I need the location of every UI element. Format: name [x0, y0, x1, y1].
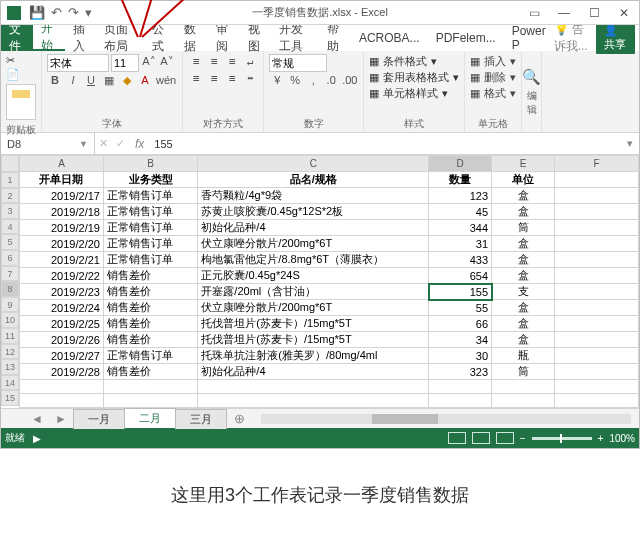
find-icon[interactable]: 🔍 — [522, 68, 541, 86]
table-row[interactable]: 2019/2/26销售差价托伐普坦片(苏麦卡）/15mg*5T34盒 — [20, 332, 639, 348]
table-row[interactable]: 2019/2/28销售差价初始化品种/4323筒 — [20, 364, 639, 380]
table-row[interactable]: 2019/2/21正常销售订单枸地氯雷他定片/8.8mg*6T（薄膜衣）433盒 — [20, 252, 639, 268]
tab-insert[interactable]: 插入 — [65, 25, 97, 51]
dec-decimal-icon[interactable]: .00 — [341, 73, 358, 89]
formula-bar-row: D8▼ ✕ ✓ fx ▾ — [1, 133, 639, 155]
table-format-button[interactable]: ▦ 套用表格格式 ▾ — [369, 70, 459, 85]
copy-icon[interactable]: 📄 — [6, 68, 20, 81]
table-row[interactable]: 2019/2/25销售差价托伐普坦片(苏麦卡）/15mg*5T66盒 — [20, 316, 639, 332]
new-sheet-button[interactable]: ⊕ — [226, 411, 253, 426]
zoom-value[interactable]: 100% — [609, 433, 635, 444]
merge-button[interactable]: ⬌ — [242, 71, 258, 87]
table-row[interactable]: 2019/2/27正常销售订单托珠单抗注射液(雅美罗）/80mg/4ml30瓶 — [20, 348, 639, 364]
table-row[interactable]: 2019/2/23销售差价开塞露/20ml（含甘油）155支 — [20, 284, 639, 300]
table-row[interactable]: 2019/2/18正常销售订单苏黄止咳胶囊/0.45g*12S*2板45盒 — [20, 204, 639, 220]
cut-icon[interactable]: ✂ — [6, 54, 15, 67]
tell-me[interactable]: 💡 告诉我... — [554, 21, 592, 55]
table-row[interactable]: 2019/2/24销售差价伏立康唑分散片/200mg*6T55盒 — [20, 300, 639, 316]
group-styles: ▦ 条件格式 ▾ ▦ 套用表格格式 ▾ ▦ 单元格样式 ▾ 样式 — [364, 51, 465, 132]
view-normal-icon[interactable] — [448, 432, 466, 444]
table-row[interactable]: 2019/2/22销售差价正元胶囊/0.45g*24S654盒 — [20, 268, 639, 284]
maximize-button[interactable]: ☐ — [579, 6, 609, 20]
format-cells-button[interactable]: ▦ 格式 ▾ — [470, 86, 516, 101]
cancel-formula-icon[interactable]: ✕ — [95, 137, 112, 150]
comma-button[interactable]: , — [305, 73, 321, 89]
grow-font-icon[interactable]: A˄ — [141, 54, 157, 70]
next-sheet-icon[interactable]: ► — [49, 412, 73, 426]
conditional-format-button[interactable]: ▦ 条件格式 ▾ — [369, 54, 459, 69]
macro-record-icon[interactable]: ▶ — [33, 433, 41, 444]
paste-button[interactable] — [6, 84, 36, 120]
align-center-icon[interactable]: ≡ — [206, 71, 222, 87]
row-headers[interactable]: 123456789101112131415 — [1, 155, 19, 406]
align-mid-icon[interactable]: ≡ — [206, 54, 222, 70]
horizontal-scrollbar[interactable] — [261, 414, 631, 424]
currency-button[interactable]: ¥ — [269, 73, 285, 89]
save-icon[interactable]: 💾 — [29, 5, 45, 20]
align-bot-icon[interactable]: ≡ — [224, 54, 240, 70]
border-button[interactable]: ▦ — [101, 73, 117, 89]
tab-view[interactable]: 视图 — [240, 25, 272, 51]
minimize-button[interactable]: — — [549, 6, 579, 20]
excel-window: 💾 ↶ ↷ ▾ 一季度销售数据.xlsx - Excel ▭ — ☐ ✕ 文件 … — [0, 0, 640, 449]
italic-button[interactable]: I — [65, 73, 81, 89]
expand-formula-icon[interactable]: ▾ — [621, 137, 639, 150]
chevron-down-icon[interactable]: ▼ — [79, 139, 88, 149]
font-name[interactable] — [47, 54, 109, 72]
underline-button[interactable]: U — [83, 73, 99, 89]
wrap-text-button[interactable]: ↵ — [242, 54, 258, 70]
align-left-icon[interactable]: ≡ — [188, 71, 204, 87]
close-button[interactable]: ✕ — [609, 6, 639, 20]
formula-input[interactable] — [150, 135, 621, 153]
cell-style-button[interactable]: ▦ 单元格样式 ▾ — [369, 86, 459, 101]
tab-pdfelem[interactable]: PDFelem... — [428, 25, 504, 51]
delete-cells-button[interactable]: ▦ 删除 ▾ — [470, 70, 516, 85]
tab-help[interactable]: 帮助 — [319, 25, 351, 51]
name-box[interactable]: D8▼ — [1, 133, 95, 154]
view-layout-icon[interactable] — [472, 432, 490, 444]
fill-color-button[interactable]: ◆ — [119, 73, 135, 89]
tab-data[interactable]: 数据 — [176, 25, 208, 51]
prev-sheet-icon[interactable]: ◄ — [25, 412, 49, 426]
tab-file[interactable]: 文件 — [1, 25, 33, 51]
shrink-font-icon[interactable]: A˅ — [159, 54, 175, 70]
worksheet-grid[interactable]: 123456789101112131415 ABCDEF 开单日期业务类型品名/… — [1, 155, 639, 408]
fx-icon[interactable]: fx — [129, 137, 150, 151]
align-right-icon[interactable]: ≡ — [224, 71, 240, 87]
tab-review[interactable]: 审阅 — [208, 25, 240, 51]
percent-button[interactable]: % — [287, 73, 303, 89]
table-row[interactable]: 2019/2/19正常销售订单初始化品种/4344筒 — [20, 220, 639, 236]
status-bar: 就绪 ▶ − + 100% — [1, 428, 639, 448]
tab-layout[interactable]: 页面布局 — [96, 25, 144, 51]
sheet-tab-mar[interactable]: 三月 — [175, 409, 227, 429]
view-break-icon[interactable] — [496, 432, 514, 444]
bold-button[interactable]: B — [47, 73, 63, 89]
table-row[interactable]: 2019/2/20正常销售订单伏立康唑分散片/200mg*6T31盒 — [20, 236, 639, 252]
enter-formula-icon[interactable]: ✓ — [112, 137, 129, 150]
tab-formula[interactable]: 公式 — [144, 25, 176, 51]
align-top-icon[interactable]: ≡ — [188, 54, 204, 70]
zoom-in-button[interactable]: + — [598, 433, 604, 444]
sheet-tab-feb[interactable]: 二月 — [124, 408, 176, 430]
annotation-text: 这里用3个工作表记录一季度销售数据 — [0, 483, 640, 507]
tab-powerp[interactable]: Power P — [504, 25, 554, 51]
zoom-out-button[interactable]: − — [520, 433, 526, 444]
tab-acrobat[interactable]: ACROBA... — [351, 25, 428, 51]
zoom-slider[interactable] — [532, 437, 592, 440]
redo-icon[interactable]: ↷ — [68, 5, 79, 20]
insert-cells-button[interactable]: ▦ 插入 ▾ — [470, 54, 516, 69]
sheet-tab-jan[interactable]: 一月 — [73, 409, 125, 429]
tab-home[interactable]: 开始 — [33, 25, 65, 51]
qat-dropdown-icon[interactable]: ▾ — [85, 5, 92, 20]
font-size[interactable] — [111, 54, 139, 72]
ribbon-options-icon[interactable]: ▭ — [519, 6, 549, 20]
inc-decimal-icon[interactable]: .0 — [323, 73, 339, 89]
tab-dev[interactable]: 开发工具 — [271, 25, 319, 51]
number-format[interactable] — [269, 54, 327, 72]
font-color-button[interactable]: A — [137, 73, 153, 89]
undo-icon[interactable]: ↶ — [51, 5, 62, 20]
column-headers[interactable]: ABCDEF — [20, 156, 639, 172]
phonetic-button[interactable]: wén — [155, 73, 177, 89]
share-button[interactable]: 👤 共享 — [596, 22, 635, 54]
table-row[interactable]: 2019/2/17正常销售订单香芍颗粒/4g*9袋123盒 — [20, 188, 639, 204]
